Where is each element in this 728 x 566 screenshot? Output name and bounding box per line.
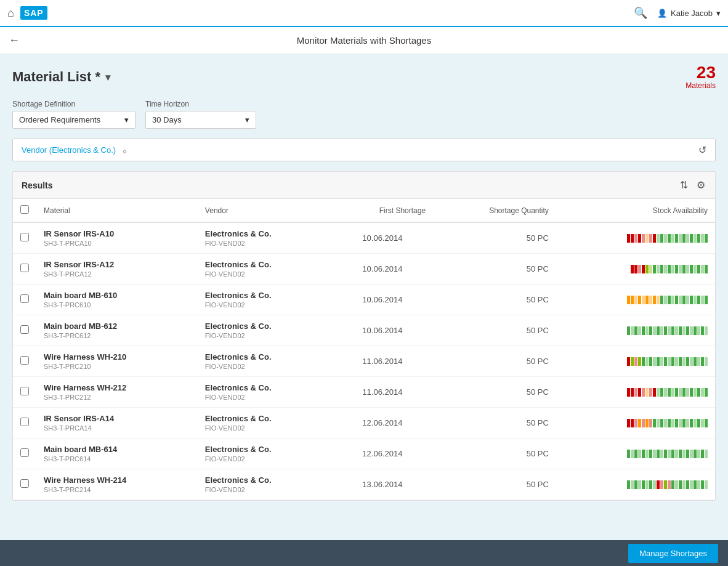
stock-availability-bar bbox=[564, 480, 708, 490]
time-horizon-select[interactable]: 30 Days ▾ bbox=[145, 111, 256, 129]
count-label: Materials bbox=[686, 81, 716, 90]
material-name: Wire Harness WH-212 bbox=[44, 383, 190, 392]
shortage-definition-select[interactable]: Ordered Requirements ▾ bbox=[12, 111, 135, 129]
stock-segment bbox=[697, 357, 700, 366]
reset-filter-icon[interactable]: ↺ bbox=[698, 144, 706, 156]
stock-segment bbox=[701, 480, 704, 489]
select-all-checkbox[interactable] bbox=[20, 205, 29, 214]
row-checkbox[interactable] bbox=[20, 356, 29, 365]
material-name: Wire Harness WH-214 bbox=[44, 475, 190, 485]
vendor-name: Electronics & Co. bbox=[205, 321, 325, 331]
stock-segment bbox=[675, 419, 678, 427]
stock-segment bbox=[664, 234, 667, 243]
vendor-cell: Electronics & Co. FIO-VEND02 bbox=[198, 408, 332, 439]
material-cell: Main board MB-612 SH3-T-PRC612 bbox=[36, 315, 198, 346]
material-list-label: Material List * bbox=[12, 69, 100, 85]
stock-segment bbox=[649, 234, 652, 243]
row-checkbox[interactable] bbox=[20, 264, 29, 272]
material-list-dropdown-icon[interactable]: ▾ bbox=[105, 71, 110, 83]
stock-segment bbox=[690, 388, 693, 397]
stock-segment bbox=[671, 419, 674, 427]
stock-segment bbox=[649, 265, 652, 273]
stock-segment bbox=[671, 357, 674, 366]
row-checkbox[interactable] bbox=[20, 233, 29, 241]
settings-button[interactable]: ⚙ bbox=[695, 178, 706, 192]
stock-segment bbox=[657, 296, 660, 304]
row-checkbox[interactable] bbox=[20, 448, 29, 457]
stock-segment bbox=[668, 419, 671, 427]
stock-segment bbox=[679, 326, 682, 335]
stock-segment bbox=[705, 480, 708, 489]
stock-segment bbox=[660, 388, 663, 397]
user-name: Katie Jacob bbox=[671, 9, 713, 18]
stock-segment bbox=[649, 326, 652, 335]
stock-segment bbox=[668, 357, 671, 366]
shortage-quantity-cell: 50 PC bbox=[433, 469, 556, 500]
row-checkbox[interactable] bbox=[20, 387, 29, 395]
nav-right: 🔍 👤 Katie Jacob ▾ bbox=[634, 6, 721, 20]
stock-segment bbox=[649, 480, 652, 489]
stock-segment bbox=[705, 419, 708, 427]
stock-segment bbox=[627, 326, 630, 335]
shortage-definition-chevron-icon: ▾ bbox=[124, 115, 129, 124]
header-shortage-quantity: Shortage Quantity bbox=[433, 199, 556, 222]
stock-segment bbox=[638, 326, 641, 335]
stock-segment bbox=[705, 265, 708, 273]
filters-row: Shortage Definition Ordered Requirements… bbox=[12, 100, 716, 129]
stock-segment bbox=[634, 265, 637, 273]
row-checkbox[interactable] bbox=[20, 325, 29, 334]
stock-segment bbox=[664, 296, 667, 304]
filter-funnel-icon[interactable]: ⬦ bbox=[122, 145, 127, 155]
back-button[interactable]: ← bbox=[9, 34, 20, 47]
material-code: SH3-T-PRCA14 bbox=[44, 424, 190, 432]
stock-segment bbox=[686, 326, 689, 335]
stock-segment bbox=[675, 388, 678, 397]
vendor-filter-text[interactable]: Vendor (Electronics & Co.) bbox=[22, 145, 116, 155]
material-list-header: Material List * ▾ 23 Materials bbox=[12, 64, 716, 90]
vendor-cell: Electronics & Co. FIO-VEND02 bbox=[198, 222, 332, 254]
material-cell: Wire Harness WH-210 SH3-T-PRC210 bbox=[36, 346, 198, 377]
stock-segment bbox=[697, 265, 700, 273]
vendor-name: Electronics & Co. bbox=[205, 414, 325, 423]
stock-segment bbox=[668, 265, 671, 273]
search-button[interactable]: 🔍 bbox=[634, 6, 647, 20]
row-checkbox[interactable] bbox=[20, 479, 29, 488]
vendor-code: FIO-VEND02 bbox=[205, 424, 325, 432]
user-menu[interactable]: 👤 Katie Jacob ▾ bbox=[657, 9, 721, 18]
stock-segment bbox=[631, 450, 634, 458]
stock-segment bbox=[675, 265, 678, 273]
row-checkbox[interactable] bbox=[20, 294, 29, 303]
stock-segment bbox=[694, 388, 697, 397]
stock-segment bbox=[660, 480, 663, 489]
stock-segment bbox=[634, 296, 637, 304]
stock-segment bbox=[631, 480, 634, 489]
stock-segment bbox=[642, 326, 645, 335]
sort-button[interactable]: ⇅ bbox=[679, 178, 689, 192]
results-section: Results ⇅ ⚙ Material Vendor First Shorta… bbox=[12, 171, 716, 501]
table-header-row: Material Vendor First Shortage Shortage … bbox=[13, 199, 715, 222]
stock-segment bbox=[638, 357, 641, 366]
row-checkbox-cell bbox=[13, 254, 36, 285]
table-row: Main board MB-612 SH3-T-PRC612 Electroni… bbox=[13, 315, 715, 346]
material-code: SH3-T-PRC612 bbox=[44, 332, 190, 339]
stock-segment bbox=[645, 326, 649, 335]
row-checkbox[interactable] bbox=[20, 418, 29, 426]
stock-segment bbox=[675, 296, 678, 304]
stock-segment bbox=[657, 234, 660, 243]
header-material: Material bbox=[36, 199, 198, 222]
home-icon[interactable]: ⌂ bbox=[7, 7, 14, 20]
stock-availability-cell bbox=[556, 222, 715, 254]
stock-segment bbox=[657, 326, 660, 335]
vendor-name: Electronics & Co. bbox=[205, 383, 325, 392]
stock-segment bbox=[627, 480, 630, 489]
material-name: Main board MB-610 bbox=[44, 291, 190, 300]
manage-shortages-button[interactable]: Manage Shortages bbox=[628, 544, 718, 563]
results-title: Results bbox=[22, 180, 53, 190]
stock-segment bbox=[668, 388, 671, 397]
stock-segment bbox=[634, 450, 637, 458]
stock-segment bbox=[653, 326, 656, 335]
results-actions: ⇅ ⚙ bbox=[679, 178, 706, 192]
material-code: SH3-T-PRC210 bbox=[44, 363, 190, 370]
stock-segment bbox=[705, 326, 708, 335]
stock-segment bbox=[638, 234, 641, 243]
